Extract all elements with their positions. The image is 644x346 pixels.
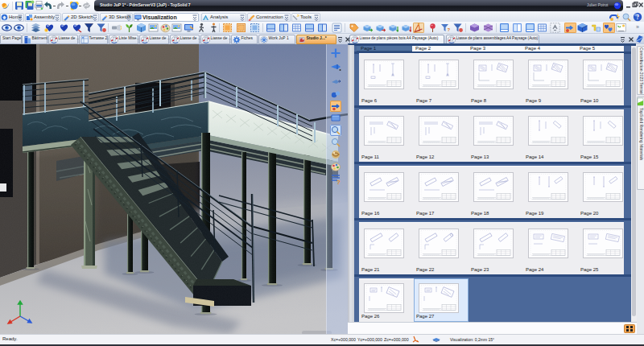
svg-text:?: ? [636, 14, 639, 21]
svg-text:?: ? [448, 27, 451, 32]
svg-text:?: ? [336, 179, 341, 185]
